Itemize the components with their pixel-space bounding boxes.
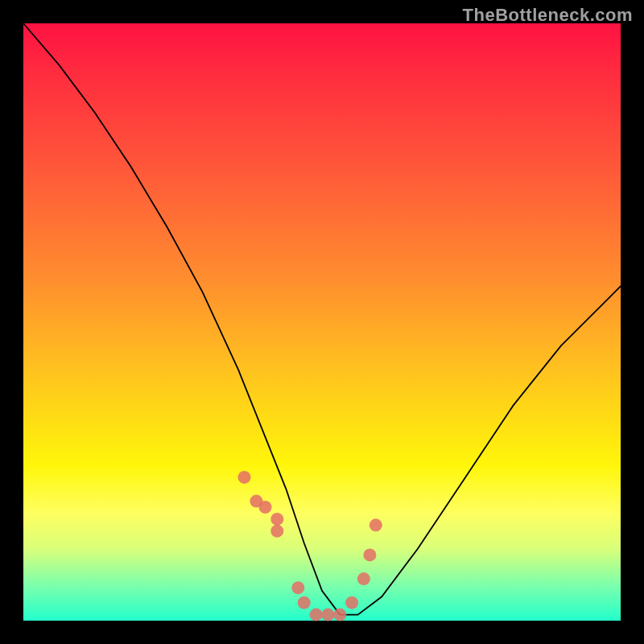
curve-marker (369, 518, 382, 531)
curve-marker (238, 471, 251, 484)
bottleneck-curve (23, 23, 621, 615)
curve-marker (310, 609, 323, 621)
watermark-text: TheBottleneck.com (463, 5, 633, 26)
curve-marker (270, 513, 283, 526)
curve-marker (345, 597, 358, 609)
curve-marker (259, 501, 272, 514)
curve-markers (238, 471, 382, 621)
curve-marker (363, 548, 376, 561)
curve-marker (291, 581, 304, 594)
curve-marker (321, 609, 334, 621)
curve-marker (333, 609, 346, 621)
chart-frame: TheBottleneck.com (0, 0, 644, 644)
curve-marker (298, 597, 311, 609)
chart-svg (23, 23, 621, 621)
plot-area (23, 23, 621, 621)
curve-marker (357, 572, 370, 585)
curve-marker (270, 525, 283, 538)
